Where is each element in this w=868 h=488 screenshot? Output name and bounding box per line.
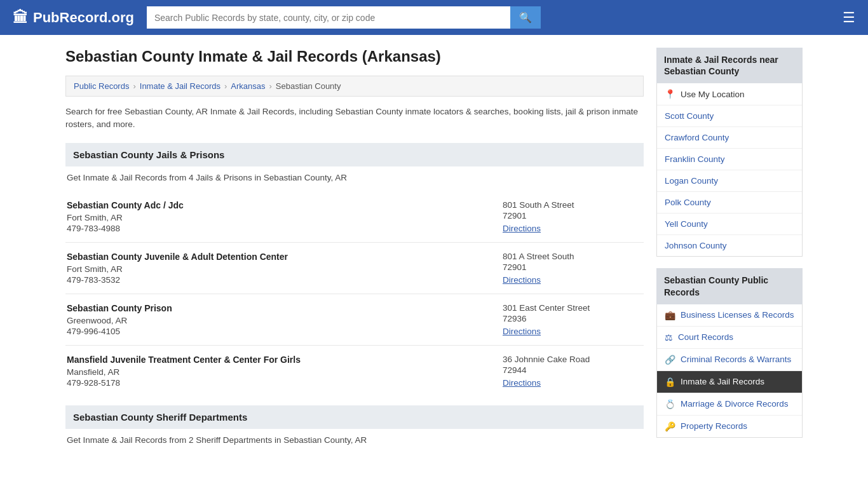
loc-city-1: Fort Smith, AR	[67, 264, 490, 274]
loc-directions-0: Directions	[503, 223, 642, 233]
content-area: Sebastian County Inmate & Jail Records (…	[65, 48, 644, 454]
directions-link-2[interactable]: Directions	[503, 327, 541, 336]
search-button[interactable]: 🔍	[510, 6, 541, 29]
breadcrumb-public-records[interactable]: Public Records	[74, 81, 129, 91]
jails-section-desc: Get Inmate & Jail Records from 4 Jails &…	[65, 173, 644, 182]
locations-list: Sebastian County Adc / Jdc Fort Smith, A…	[65, 191, 644, 396]
search-input[interactable]	[147, 6, 510, 29]
marriage-records-label: Marriage & Divorce Records	[681, 399, 789, 409]
loc-address-2: 301 East Center Street	[503, 303, 642, 313]
sidebar-item-inmate-records[interactable]: 🔒 Inmate & Jail Records	[657, 371, 802, 393]
link-icon: 🔗	[665, 355, 675, 365]
property-records-label: Property Records	[681, 421, 747, 431]
business-licenses-label: Business Licenses & Records	[681, 310, 794, 320]
breadcrumb-sep-3: ›	[269, 81, 272, 91]
jails-section-header: Sebastian County Jails & Prisons	[65, 143, 644, 166]
loc-right-0: 801 South A Street 72901 Directions	[503, 200, 642, 233]
key-icon: 🔑	[665, 421, 675, 431]
page-description: Search for free Sebastian County, AR Inm…	[65, 105, 644, 132]
criminal-records-label: Criminal Records & Warrants	[681, 355, 791, 364]
location-entry-3: Mansfield Juvenile Treatment Center & Ce…	[65, 346, 644, 396]
building-icon: 🏛	[13, 9, 28, 27]
yell-county-label: Yell County	[665, 219, 708, 229]
sidebar-public-records-title: Sebastian County Public Records	[656, 268, 803, 304]
loc-directions-2: Directions	[503, 326, 642, 336]
loc-name-1: Sebastian County Juvenile & Adult Detent…	[67, 252, 490, 262]
sheriff-section-desc: Get Inmate & Jail Records from 2 Sheriff…	[65, 435, 644, 445]
crawford-county-label: Crawford County	[665, 133, 729, 142]
loc-address-1: 801 A Street South	[503, 252, 642, 261]
sidebar-item-yell-county[interactable]: Yell County	[657, 214, 802, 235]
use-location-label: Use My Location	[681, 90, 745, 99]
menu-button[interactable]: ☰	[843, 10, 855, 26]
main-container: Sebastian County Inmate & Jail Records (…	[53, 35, 815, 466]
loc-zip-0: 72901	[503, 211, 642, 220]
location-pin-icon: 📍	[665, 89, 675, 99]
sidebar-item-crawford-county[interactable]: Crawford County	[657, 127, 802, 149]
site-header: 🏛 PubRecord.org 🔍 ☰	[0, 0, 868, 35]
loc-city-0: Fort Smith, AR	[67, 213, 490, 222]
search-bar: 🔍	[147, 6, 541, 29]
breadcrumb-inmate-records[interactable]: Inmate & Jail Records	[140, 81, 220, 91]
loc-name-3: Mansfield Juvenile Treatment Center & Ce…	[67, 355, 490, 365]
polk-county-label: Polk County	[665, 198, 711, 207]
loc-zip-1: 72901	[503, 262, 642, 272]
sidebar-item-marriage-records[interactable]: 💍 Marriage & Divorce Records	[657, 393, 802, 416]
directions-link-3[interactable]: Directions	[503, 378, 541, 388]
loc-right-1: 801 A Street South 72901 Directions	[503, 252, 642, 285]
breadcrumb-sep-2: ›	[224, 81, 227, 91]
sidebar-item-logan-county[interactable]: Logan County	[657, 170, 802, 192]
loc-left-1: Sebastian County Juvenile & Adult Detent…	[67, 252, 490, 285]
loc-phone-0: 479-783-4988	[67, 224, 490, 233]
loc-zip-3: 72944	[503, 365, 642, 375]
sidebar-item-scott-county[interactable]: Scott County	[657, 105, 802, 127]
breadcrumb-arkansas[interactable]: Arkansas	[231, 81, 265, 91]
loc-phone-3: 479-928-5178	[67, 378, 490, 388]
briefcase-icon: 💼	[665, 310, 675, 320]
sidebar-item-franklin-county[interactable]: Franklin County	[657, 149, 802, 170]
location-entry-0: Sebastian County Adc / Jdc Fort Smith, A…	[65, 191, 644, 243]
loc-city-3: Mansfield, AR	[67, 367, 490, 377]
breadcrumb: Public Records › Inmate & Jail Records ›…	[65, 76, 644, 97]
loc-address-3: 36 Johnnie Cake Road	[503, 355, 642, 364]
hamburger-icon: ☰	[843, 10, 855, 25]
sidebar-public-records-list: 💼 Business Licenses & Records ⚖ Court Re…	[656, 304, 803, 438]
location-entry-2: Sebastian County Prison Greenwood, AR 47…	[65, 294, 644, 346]
sidebar-item-polk-county[interactable]: Polk County	[657, 192, 802, 214]
sidebar-item-property-records[interactable]: 🔑 Property Records	[657, 416, 802, 437]
search-icon: 🔍	[519, 12, 532, 23]
directions-link-1[interactable]: Directions	[503, 275, 541, 285]
sidebar-item-johnson-county[interactable]: Johnson County	[657, 235, 802, 256]
logan-county-label: Logan County	[665, 176, 718, 186]
sidebar-nearby-title: Inmate & Jail Records near Sebastian Cou…	[656, 48, 803, 83]
loc-phone-1: 479-783-3532	[67, 275, 490, 285]
loc-left-2: Sebastian County Prison Greenwood, AR 47…	[67, 303, 490, 336]
sidebar-item-criminal-records[interactable]: 🔗 Criminal Records & Warrants	[657, 349, 802, 371]
sidebar-item-court-records[interactable]: ⚖ Court Records	[657, 327, 802, 349]
sheriff-section-header: Sebastian County Sheriff Departments	[65, 405, 644, 429]
site-logo[interactable]: 🏛 PubRecord.org	[13, 9, 134, 27]
loc-right-3: 36 Johnnie Cake Road 72944 Directions	[503, 355, 642, 388]
sidebar: Inmate & Jail Records near Sebastian Cou…	[656, 48, 803, 454]
breadcrumb-sebastian-county: Sebastian County	[276, 81, 341, 91]
franklin-county-label: Franklin County	[665, 154, 725, 164]
loc-left-3: Mansfield Juvenile Treatment Center & Ce…	[67, 355, 490, 388]
sidebar-item-business-licenses[interactable]: 💼 Business Licenses & Records	[657, 304, 802, 327]
loc-address-0: 801 South A Street	[503, 200, 642, 210]
court-records-label: Court Records	[678, 332, 733, 342]
loc-name-2: Sebastian County Prison	[67, 303, 490, 313]
page-title: Sebastian County Inmate & Jail Records (…	[65, 48, 644, 65]
scott-county-label: Scott County	[665, 111, 714, 121]
lock-icon: 🔒	[665, 377, 675, 387]
ring-icon: 💍	[665, 399, 675, 409]
loc-right-2: 301 East Center Street 72936 Directions	[503, 303, 642, 336]
scales-icon: ⚖	[665, 332, 673, 342]
sidebar-nearby-list: 📍 Use My Location Scott County Crawford …	[656, 83, 803, 257]
breadcrumb-sep-1: ›	[133, 81, 135, 91]
logo-text: PubRecord.org	[33, 10, 134, 26]
loc-left-0: Sebastian County Adc / Jdc Fort Smith, A…	[67, 200, 490, 233]
sidebar-use-location[interactable]: 📍 Use My Location	[657, 83, 802, 105]
johnson-county-label: Johnson County	[665, 241, 727, 250]
loc-city-2: Greenwood, AR	[67, 316, 490, 325]
directions-link-0[interactable]: Directions	[503, 224, 541, 233]
